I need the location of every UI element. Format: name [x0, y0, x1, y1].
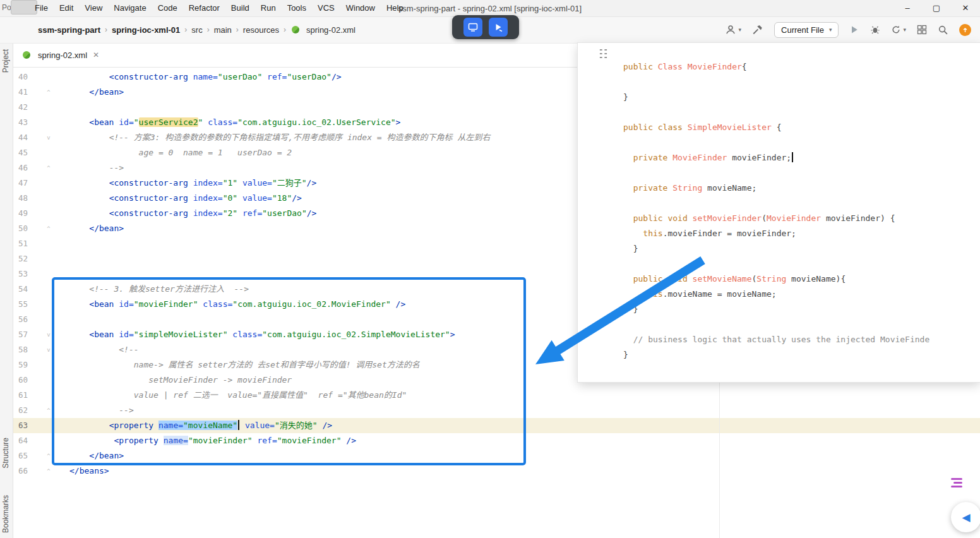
- minimize-button[interactable]: –: [893, 0, 922, 16]
- code-token: <constructor-arg: [109, 178, 193, 188]
- code-token: String: [672, 183, 702, 193]
- user-account-button[interactable]: ▾: [725, 24, 741, 35]
- fold-marker-icon[interactable]: ^: [28, 403, 69, 418]
- drag-handle-icon[interactable]: [599, 48, 608, 59]
- menu-navigate[interactable]: Navigate: [108, 0, 152, 16]
- fold-marker-icon[interactable]: v: [28, 327, 69, 342]
- code-token: class=: [203, 299, 232, 309]
- tool-stripe-project[interactable]: Project: [1, 49, 10, 73]
- overlay-code-lines: public Class MovieFinder{}public class S…: [623, 59, 977, 362]
- fold-marker-icon[interactable]: ^: [28, 463, 69, 479]
- menu-build[interactable]: Build: [225, 0, 255, 16]
- line-number: 41: [13, 85, 28, 100]
- code-token: class=: [232, 330, 262, 339]
- java-line: [623, 165, 977, 181]
- code-token: -->: [109, 163, 124, 172]
- rerun-button[interactable]: ▾: [891, 25, 906, 35]
- editor-line[interactable]: 66^</beans>: [13, 463, 980, 479]
- close-button[interactable]: ✕: [951, 0, 980, 16]
- tool-stripe-bookmarks[interactable]: Bookmarks: [1, 495, 10, 533]
- build-button[interactable]: [752, 24, 763, 35]
- menu-refactor[interactable]: Refactor: [183, 0, 225, 16]
- debug-button[interactable]: [870, 25, 880, 35]
- java-line: public void setMovieFinder(MovieFinder m…: [623, 211, 977, 226]
- fold-marker-icon[interactable]: ^: [28, 160, 69, 176]
- spring-file-icon: [292, 26, 299, 33]
- menu-edit[interactable]: Edit: [54, 0, 79, 16]
- layout-button[interactable]: [917, 25, 927, 35]
- code-token: SimpleMovieLister: [688, 123, 772, 132]
- code-token: <constructor-arg: [109, 208, 193, 218]
- editor-line[interactable]: 62^ -->: [13, 403, 980, 418]
- code-token: "userDao": [262, 208, 306, 218]
- share-screen-button[interactable]: [463, 18, 482, 37]
- menu-tools[interactable]: Tools: [282, 0, 312, 16]
- fold-marker-icon[interactable]: ^: [28, 221, 69, 236]
- code-token: [391, 299, 396, 309]
- line-content: <property name="movieFinder" ref="movieF…: [69, 433, 980, 448]
- line-number: 66: [13, 463, 28, 479]
- corner-play-icon: ◀: [962, 511, 970, 524]
- java-line: public Class MovieFinder{: [623, 59, 977, 75]
- line-number: 43: [13, 115, 28, 130]
- close-tab-icon[interactable]: ✕: [93, 51, 99, 59]
- breadcrumb-item[interactable]: ssm-spring-part: [35, 24, 103, 36]
- update-notification-button[interactable]: [959, 24, 971, 36]
- code-token: />: [332, 72, 342, 81]
- code-token: class=: [208, 117, 237, 127]
- screen-icon: [468, 22, 478, 32]
- code-token: />: [346, 436, 356, 445]
- code-token: [623, 213, 633, 223]
- code-token: private: [633, 153, 673, 162]
- menu-view[interactable]: View: [79, 0, 108, 16]
- line-number: 54: [13, 282, 28, 297]
- breadcrumb-item[interactable]: main: [212, 24, 234, 36]
- code-token: ref=: [242, 208, 262, 218]
- code-token: value=: [245, 421, 275, 430]
- record-play-button[interactable]: [489, 18, 508, 37]
- menu-window[interactable]: Window: [340, 0, 381, 16]
- breadcrumb-item[interactable]: resources: [241, 24, 282, 36]
- code-token: />: [292, 193, 302, 203]
- tab-spring-02-xml[interactable]: spring-02.xml ✕: [13, 43, 107, 67]
- java-line: [623, 196, 977, 211]
- editor-line[interactable]: 64 <property name="movieFinder" ref="mov…: [13, 433, 980, 448]
- menu-file[interactable]: File: [29, 0, 54, 16]
- fold-marker-icon[interactable]: ^: [28, 85, 69, 100]
- assistant-icon[interactable]: [951, 478, 962, 489]
- editor-line[interactable]: 65^ </bean>: [13, 448, 980, 463]
- search-everywhere-button[interactable]: [938, 25, 948, 35]
- maximize-button[interactable]: ▢: [922, 0, 951, 16]
- fold-marker-icon[interactable]: ^: [28, 448, 69, 463]
- code-token: [69, 133, 109, 142]
- run-button[interactable]: [849, 25, 859, 35]
- line-number: 42: [13, 100, 28, 115]
- breadcrumb-item[interactable]: src: [189, 24, 205, 36]
- code-token: "二狗子": [272, 178, 307, 188]
- menu-code[interactable]: Code: [152, 0, 183, 16]
- code-token: id=: [119, 299, 133, 309]
- java-code-overlay-panel[interactable]: public Class MovieFinder{}public class S…: [578, 43, 980, 382]
- tab-label: spring-02.xml: [38, 51, 87, 60]
- floating-playback-button[interactable]: ◀: [951, 502, 980, 532]
- code-token: [69, 405, 119, 415]
- breadcrumb-item[interactable]: spring-02.xml: [304, 24, 358, 36]
- editor-line[interactable]: 63 <property name="movieName" value="消失的…: [13, 418, 980, 433]
- code-token: [623, 289, 643, 299]
- gutter-space: [28, 297, 69, 312]
- menu-run[interactable]: Run: [255, 0, 282, 16]
- menu-help[interactable]: Help: [381, 0, 409, 16]
- menu-vcs[interactable]: VCS: [312, 0, 340, 16]
- java-line: private MovieFinder movieFinder;: [623, 150, 977, 165]
- code-token: value=: [242, 193, 272, 203]
- line-number: 59: [13, 357, 28, 373]
- tool-stripe-structure[interactable]: Structure: [1, 438, 10, 469]
- fold-marker-icon[interactable]: v: [28, 130, 69, 145]
- editor-line[interactable]: 61 value | ref 二选一 value="直接属性值" ref ="其…: [13, 388, 980, 403]
- run-config-label: Current File: [781, 25, 824, 35]
- breadcrumb: ssm-spring-part›spring-ioc-xml-01›src›ma…: [35, 24, 358, 36]
- fold-marker-icon[interactable]: v: [28, 342, 69, 357]
- run-config-selector[interactable]: Current File ▾: [774, 22, 839, 38]
- breadcrumb-item[interactable]: spring-ioc-xml-01: [109, 24, 182, 36]
- gutter-space: [28, 206, 69, 221]
